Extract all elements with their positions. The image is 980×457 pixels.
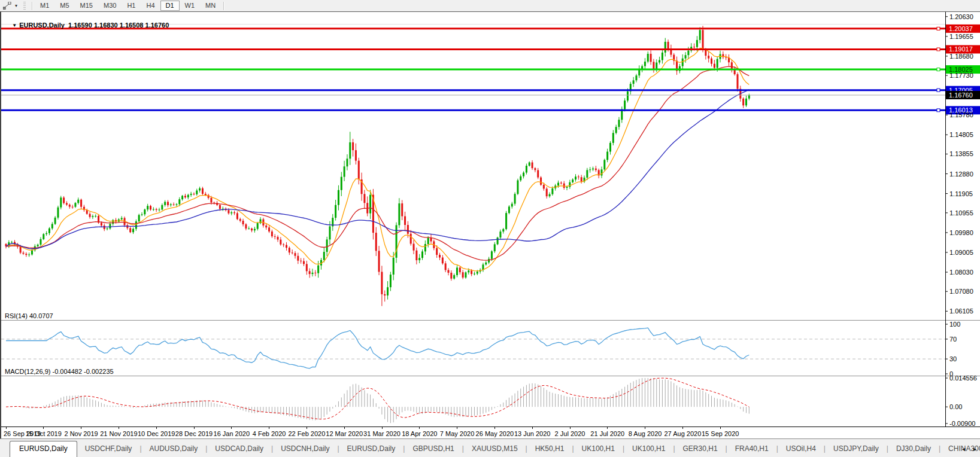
- date-axis-label: 21 Jul 2020: [590, 430, 624, 437]
- chart-tab-dj30-daily-15[interactable]: DJ30,Daily: [888, 441, 939, 457]
- date-axis-label: 18 Apr 2020: [402, 430, 437, 437]
- hline-price-label: 1.19017: [949, 45, 973, 53]
- timeframe-button-m5[interactable]: M5: [54, 1, 74, 11]
- line-studies-icon-glyph: [3, 2, 11, 10]
- rsi-axis-tick: 70: [949, 336, 957, 343]
- chart-tab-bar: EURUSD,DailyUSDCHF,Daily|AUDUSD,Daily|US…: [0, 438, 980, 457]
- timeframe-button-d1[interactable]: D1: [160, 1, 180, 11]
- chart-tab-usdjpy-daily-14[interactable]: USDJPY,Daily: [826, 441, 887, 457]
- date-axis-label: 15 Oct 2019: [26, 430, 62, 437]
- line-studies-icon[interactable]: [2, 1, 13, 11]
- chart-tab-usdcad-daily-3[interactable]: USDCAD,Daily: [207, 441, 271, 457]
- macd-axis-tick: -0.00900: [949, 420, 975, 427]
- timeframe-button-m1[interactable]: M1: [35, 1, 54, 11]
- chart-tab-usdchf-daily-1[interactable]: USDCHF,Daily: [77, 441, 140, 457]
- date-axis: 26 Sep 201915 Oct 20192 Nov 201921 Nov 2…: [4, 426, 739, 437]
- price-axis-tick: 1.13855: [949, 150, 973, 157]
- hline-handle[interactable]: [937, 27, 940, 30]
- macd-indicator-label: MACD(12,26,9) -0.004482 -0.002235: [5, 368, 114, 375]
- price-axis-tick: 1.08030: [949, 269, 973, 276]
- hline-handle[interactable]: [937, 89, 940, 92]
- chart-window[interactable]: ▼EURUSD,Daily 1.16590 1.16830 1.16508 1.…: [0, 11, 980, 438]
- chart-tab-uk100-h1-9[interactable]: UK100,H1: [574, 441, 623, 457]
- moving-average-fast: [6, 48, 749, 271]
- timeframe-button-m15[interactable]: M15: [75, 1, 98, 11]
- hline-handle[interactable]: [937, 68, 940, 71]
- chart-ohlc-values: 1.16590 1.16830 1.16508 1.16760: [68, 22, 169, 29]
- date-axis-label: 13 Jun 2020: [514, 430, 551, 437]
- rsi-axis-tick: 30: [949, 355, 957, 362]
- date-axis-label: 27 Aug 2020: [665, 430, 702, 437]
- date-axis-label: 31 Mar 2020: [363, 430, 401, 437]
- toolbar-separator: [223, 2, 224, 10]
- date-axis-label: 10 Dec 2019: [138, 430, 175, 437]
- chart-toolbar: ▾ M1M5M15M30H1H4D1W1MN: [0, 0, 980, 11]
- timeframe-button-w1[interactable]: W1: [180, 1, 201, 11]
- toolbar-separator: [32, 2, 32, 10]
- price-axis-tick: 1.07080: [949, 288, 973, 295]
- date-axis-label: 4 Feb 2020: [253, 430, 286, 437]
- hline-handle[interactable]: [937, 48, 940, 51]
- macd-signal-line: [6, 378, 749, 419]
- price-axis-tick: 1.09980: [949, 229, 973, 236]
- chart-dropdown-icon[interactable]: ▼: [12, 23, 17, 28]
- price-axis-tick: 1.06105: [949, 307, 973, 315]
- date-axis-label: 22 Feb 2020: [289, 430, 326, 437]
- macd-histogram: [6, 378, 749, 423]
- chart-tab-eurusd-daily-0[interactable]: EURUSD,Daily: [10, 441, 77, 457]
- price-axis-tick: 1.17730: [949, 72, 973, 79]
- chart-tabs: EURUSD,DailyUSDCHF,Daily|AUDUSD,Daily|US…: [0, 440, 980, 457]
- timeframe-button-group: M1M5M15M30H1H4D1W1MN: [35, 1, 221, 11]
- timeframe-button-h1[interactable]: H1: [122, 1, 141, 11]
- price-chart-canvas[interactable]: 1.200371.190171.180251.170051.160131.206…: [1, 12, 980, 439]
- price-axis-tick: 1.09005: [949, 249, 973, 256]
- timeframe-button-mn[interactable]: MN: [200, 1, 221, 11]
- date-axis-label: 28 Dec 2019: [175, 430, 213, 437]
- chart-tab-gbpusd-h1-6[interactable]: GBPUSD,H1: [405, 441, 462, 457]
- dropdown-caret-icon[interactable]: ▾: [13, 3, 20, 8]
- chart-symbol-label: EURUSD,Daily: [19, 22, 65, 29]
- date-axis-label: 12 Mar 2020: [326, 430, 363, 437]
- rsi-line: [6, 328, 749, 368]
- chart-tab-uk100-h1-10[interactable]: UK100,H1: [624, 441, 673, 457]
- price-axis-tick: 1.11905: [949, 190, 973, 197]
- candlestick-series: [5, 26, 750, 306]
- rsi-axis-tick: 100: [949, 321, 960, 328]
- tab-scroll-right-icon[interactable]: ►: [972, 446, 978, 452]
- price-axis-tick: 1.12880: [949, 170, 973, 178]
- price-axis-tick: 1.10955: [949, 209, 973, 217]
- date-axis-label: 21 Nov 2019: [100, 430, 137, 437]
- chart-tab-fra40-h1-12[interactable]: FRA40,H1: [727, 441, 776, 457]
- chart-tab-eurusd-daily-5[interactable]: EURUSD,Daily: [339, 441, 403, 457]
- date-axis-label: 15 Sep 2020: [702, 430, 739, 437]
- rsi-indicator-label: RSI(14) 40.0707: [5, 312, 53, 319]
- price-axis-tick: 1.19655: [949, 33, 973, 40]
- date-axis-label: 2 Nov 2019: [64, 430, 98, 437]
- hline-handle[interactable]: [937, 109, 940, 112]
- timeframe-button-m30[interactable]: M30: [98, 1, 122, 11]
- price-axis-tick: 1.14805: [949, 131, 973, 138]
- price-axis-tick: 1.20630: [949, 13, 973, 20]
- macd-axis-tick: 0.00: [949, 403, 962, 410]
- chart-tab-usoil-h4-13[interactable]: USOil,H4: [778, 441, 824, 457]
- toolbar-grip-handle[interactable]: [23, 2, 26, 10]
- hline-price-label: 1.20037: [949, 25, 973, 32]
- date-axis-label: 16 Jan 2020: [214, 430, 250, 437]
- chart-tab-ger30-h1-11[interactable]: GER30,H1: [675, 441, 726, 457]
- timeframe-button-h4[interactable]: H4: [141, 1, 160, 11]
- current-price-label: 1.16760: [949, 92, 973, 99]
- chart-tab-hk50-h1-8[interactable]: HK50,H1: [527, 441, 572, 457]
- tab-scroll-left-icon[interactable]: ◄: [961, 446, 966, 452]
- chart-title: ▼EURUSD,Daily 1.16590 1.16830 1.16508 1.…: [5, 14, 169, 36]
- chart-tab-audusd-daily-2[interactable]: AUDUSD,Daily: [142, 441, 206, 457]
- price-axis-tick: 1.15780: [949, 111, 973, 118]
- date-axis-label: 7 May 2020: [440, 430, 474, 437]
- moving-average-medium: [6, 66, 749, 260]
- moving-average-slow: [6, 90, 749, 249]
- tab-scroll-controls: ◄ ►: [961, 446, 978, 452]
- chart-tab-xauusd-m15-7[interactable]: XAUUSD,M15: [464, 441, 526, 457]
- date-axis-label: 26 May 2020: [476, 430, 514, 437]
- price-axis-tick: 1.18680: [949, 53, 973, 60]
- chart-tab-usdcnh-daily-4[interactable]: USDCNH,Daily: [273, 441, 337, 457]
- date-axis-label: 8 Aug 2020: [629, 430, 662, 437]
